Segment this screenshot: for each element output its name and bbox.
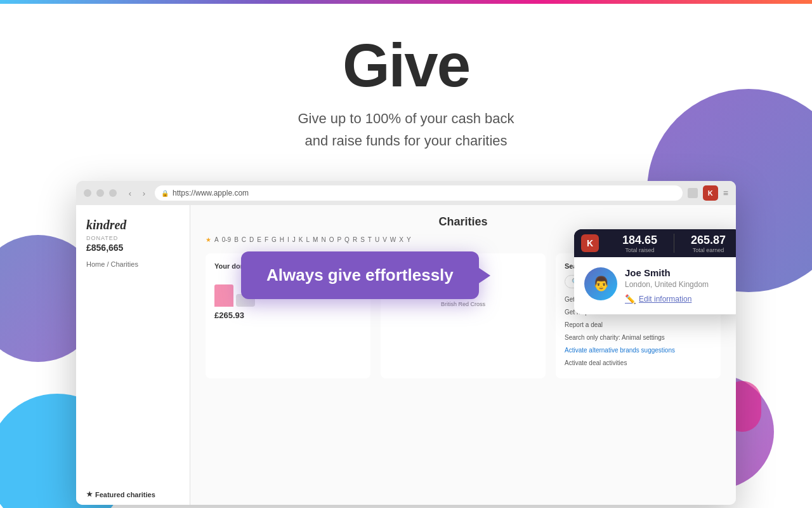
alpha-M[interactable]: M — [313, 236, 318, 243]
alpha-A[interactable]: A — [214, 236, 219, 243]
extension-popup: K 184.65 Total raised 265.87 Total earne… — [574, 229, 736, 314]
total-earned-value: 265.87 — [679, 234, 736, 247]
ext-popup-header: K 184.65 Total raised 265.87 Total earne… — [574, 229, 736, 257]
alpha-I[interactable]: I — [287, 236, 289, 243]
k-logo-box: K — [581, 234, 599, 252]
alpha-star[interactable]: ★ — [206, 236, 211, 243]
browser-min-btn[interactable] — [96, 189, 104, 197]
alpha-W[interactable]: W — [390, 236, 396, 243]
forward-button[interactable]: › — [138, 187, 150, 199]
alpha-G[interactable]: G — [272, 236, 277, 243]
user-location: London, United Kingdom — [625, 280, 732, 289]
browser-nav: ‹ › — [124, 187, 150, 199]
alpha-F[interactable]: F — [265, 236, 268, 243]
page-title: Give — [0, 35, 812, 96]
purple-pill-overlay: Always give effortlessly — [241, 251, 479, 299]
pill-arrow — [479, 268, 490, 283]
total-earned-label: Total earned — [679, 247, 736, 253]
alpha-U[interactable]: U — [375, 236, 379, 243]
menu-activate-deals[interactable]: Activate deal activities — [565, 357, 712, 370]
browser-content: kindred DONATED £856,665 Home / Charitie… — [76, 205, 736, 505]
alpha-T[interactable]: T — [368, 236, 372, 243]
lock-icon: 🔒 — [161, 190, 169, 197]
alpha-X[interactable]: X — [399, 236, 403, 243]
alpha-J[interactable]: J — [292, 236, 296, 243]
sidebar-logo: kindred — [86, 218, 180, 232]
alpha-S[interactable]: S — [360, 236, 365, 243]
alpha-C[interactable]: C — [242, 236, 246, 243]
alpha-H[interactable]: H — [280, 236, 284, 243]
total-raised-stat: 184.65 Total raised — [606, 231, 674, 256]
browser-sidebar: kindred DONATED £856,665 Home / Charitie… — [76, 205, 190, 505]
alpha-09[interactable]: 0-9 — [222, 236, 231, 243]
avatar: 👨 — [584, 267, 617, 300]
alpha-V[interactable]: V — [383, 236, 387, 243]
browser-toolbar: ‹ › 🔒 https://www.apple.com K ≡ — [76, 181, 736, 205]
edit-icon: ✏️ — [625, 294, 636, 304]
browser-close-btn[interactable] — [84, 189, 91, 197]
browser-max-btn[interactable] — [109, 189, 117, 197]
alpha-B[interactable]: B — [234, 236, 239, 243]
total-earned-stat: 265.87 Total earned — [674, 231, 736, 256]
alpha-O[interactable]: O — [329, 236, 334, 243]
url-bar[interactable]: 🔒 https://www.apple.com — [155, 185, 683, 201]
sidebar-donated-label: DONATED — [86, 235, 180, 241]
menu-report-deal[interactable]: Report a deal — [565, 319, 712, 331]
sidebar-amount: £856,665 — [86, 243, 180, 253]
sidebar-nav-home[interactable]: Home / Charities — [86, 260, 180, 268]
browser-menu-icon[interactable]: ≡ — [723, 188, 728, 198]
browser-window: ‹ › 🔒 https://www.apple.com K ≡ kindred … — [76, 181, 736, 505]
kindred-extension-icon[interactable]: K — [703, 185, 718, 201]
top-gradient-bar — [0, 0, 812, 4]
ext-popup-body: 👨 Joe Smith London, United Kingdom ✏️ Ed… — [574, 257, 736, 314]
browser-action-1 — [688, 188, 698, 198]
total-raised-label: Total raised — [611, 247, 669, 253]
donation-amount: £265.93 — [214, 311, 362, 320]
charities-title: Charities — [206, 215, 721, 229]
edit-info-link[interactable]: ✏️ Edit information — [625, 294, 732, 304]
alpha-N[interactable]: N — [321, 236, 325, 243]
alpha-D[interactable]: D — [249, 236, 254, 243]
ext-k-logo-area: K — [574, 229, 606, 257]
ext-stats: 184.65 Total raised 265.87 Total earned — [606, 231, 736, 256]
chart-bar-1 — [214, 284, 233, 307]
alpha-K[interactable]: K — [299, 236, 303, 243]
alpha-E[interactable]: E — [257, 236, 261, 243]
alpha-R[interactable]: R — [353, 236, 357, 243]
back-button[interactable]: ‹ — [124, 187, 136, 199]
menu-activate-brands[interactable]: Activate alternative brands suggestions — [565, 344, 712, 357]
user-info: Joe Smith London, United Kingdom ✏️ Edit… — [625, 267, 732, 304]
british-red-cross-label: British Red Cross — [441, 301, 485, 307]
total-raised-value: 184.65 — [611, 234, 669, 247]
url-text: https://www.apple.com — [173, 189, 249, 197]
user-name: Joe Smith — [625, 267, 732, 278]
alpha-L[interactable]: L — [306, 236, 310, 243]
alpha-Q[interactable]: Q — [344, 236, 350, 243]
browser-actions: K ≡ — [688, 185, 728, 201]
alpha-P[interactable]: P — [337, 236, 341, 243]
menu-search-charity[interactable]: Search only charity: Animal settings — [565, 331, 712, 344]
alpha-Y[interactable]: Y — [407, 236, 411, 243]
